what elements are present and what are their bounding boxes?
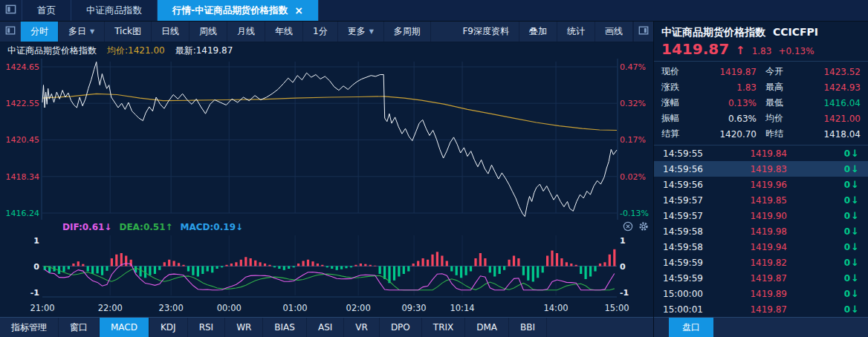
tick-row[interactable]: 15:00:011419.870↓ [654, 301, 868, 317]
tick-volume: 0↓ [787, 272, 859, 284]
intraday-price-chart[interactable]: 1424.651422.551420.451418.341416.240.47%… [0, 59, 653, 220]
top-tabs: 首页中证商品指数行情-中证商品期货价格指数× [22, 0, 319, 21]
stat-value: 1416.04 [794, 98, 861, 108]
tab-close-icon[interactable]: × [294, 5, 303, 16]
indicator-tab[interactable]: DMA [465, 318, 509, 337]
indicator-tab[interactable]: DPO [380, 318, 422, 337]
collapse-chart-button[interactable] [0, 22, 21, 42]
collapse-right-panel-button[interactable] [633, 22, 653, 42]
stat-value: 1418.04 [794, 129, 861, 140]
panel-toggle-icon [5, 4, 16, 18]
indicator-tab[interactable]: VR [344, 318, 380, 337]
tick-row[interactable]: 14:59:591419.870↓ [654, 270, 868, 286]
indicator-tab[interactable]: BBI [509, 318, 547, 337]
tick-row[interactable]: 14:59:551419.840↓ [654, 145, 868, 161]
toolbar-button[interactable]: 画线 [595, 22, 633, 42]
toolbar-button[interactable]: 多周期 [384, 22, 431, 42]
top-tab[interactable]: 中证商品指数 [71, 0, 158, 21]
tick-row[interactable]: 14:59:571419.850↓ [654, 192, 868, 208]
tick-volume-value: 0 [844, 258, 850, 268]
toolbar-button[interactable]: 更多▼ [338, 22, 384, 42]
tick-volume: 0↓ [787, 257, 859, 268]
tick-time: 14:59:58 [663, 242, 716, 252]
percent-axis-label: 0.17% [620, 136, 646, 144]
toolbar-button[interactable]: 分时 [21, 22, 59, 42]
macd-indicator-chart[interactable]: 1100-1-1 [0, 234, 653, 298]
indicator-tab[interactable]: 指标管理 [0, 318, 59, 337]
indicator-tab[interactable]: KDJ [149, 318, 188, 337]
down-arrow-icon: ↓ [851, 272, 859, 284]
tick-volume-value: 0 [844, 273, 850, 284]
time-axis-label: 15:00 [604, 303, 629, 313]
indicator-tab[interactable]: MACD [100, 318, 149, 337]
tick-volume-value: 0 [844, 195, 850, 206]
tab-order-book[interactable]: 盘口 [669, 318, 713, 337]
tick-row[interactable]: 14:59:581419.940↓ [654, 239, 868, 255]
toolbar-button[interactable]: 年线 [265, 22, 303, 42]
stat-value: 1421.00 [794, 114, 861, 124]
quote-stat-row: 振幅0.63%均价1421.00 [661, 111, 861, 126]
tick-time: 15:00:01 [663, 304, 716, 315]
percent-axis-label: -0.13% [620, 209, 649, 217]
tick-row[interactable]: 14:59:591419.820↓ [654, 255, 868, 270]
indicator-tab[interactable]: ASI [307, 318, 344, 337]
quote-panel: 中证商品期货价格指数 CCICFPI 1419.87 ↑ 1.83 +0.13%… [654, 22, 868, 337]
collapse-panel-button[interactable] [0, 0, 22, 21]
tick-price: 1419.94 [716, 242, 787, 252]
price-axis-label: 1416.24 [1, 209, 39, 217]
tick-row[interactable]: 14:59:571419.900↓ [654, 208, 868, 223]
toolbar-button[interactable]: 周线 [190, 22, 227, 42]
tick-row[interactable]: 14:59:561419.960↓ [654, 177, 868, 192]
top-tab[interactable]: 首页 [22, 0, 71, 21]
time-axis-label: 00:00 [217, 303, 242, 313]
tick-time: 14:59:56 [663, 164, 716, 174]
down-arrow-icon: ↓ [851, 288, 859, 299]
down-arrow-icon: ↓ [851, 241, 859, 252]
tick-price: 1419.85 [716, 195, 787, 206]
tick-price: 1419.84 [716, 148, 787, 159]
toolbar-button[interactable]: 1分 [303, 22, 338, 42]
price-axis-label: 1420.45 [1, 136, 39, 144]
stat-label: 涨幅 [661, 96, 690, 109]
tick-time: 14:59:55 [663, 148, 716, 159]
top-tab[interactable]: 行情-中证商品期货价格指数× [158, 0, 319, 21]
top-tab-bar: 首页中证商品指数行情-中证商品期货价格指数× [0, 0, 868, 22]
toolbar-button[interactable]: F9深度资料 [453, 22, 519, 42]
indicator-tab[interactable]: BIAS [263, 318, 307, 337]
tick-volume: 0↓ [787, 148, 859, 159]
toolbar-button[interactable]: Tick图 [105, 22, 152, 42]
price-change: 1.83 [752, 46, 772, 56]
main-chart-svg [0, 59, 653, 220]
indicator-tab-bar: 指标管理窗口MACDKDJRSIWRBIASASIVRDPOTRIXDMABBI [0, 317, 653, 337]
indicator-tab[interactable]: 窗口 [59, 318, 100, 337]
down-arrow-icon: ↓ [851, 257, 859, 268]
toolbar-button-label: Tick图 [114, 25, 141, 38]
indicator-tab[interactable]: WR [225, 318, 263, 337]
macd-header: DIF:0.61↓ DEA:0.51↑ MACD:0.19↓ [0, 220, 653, 234]
macd-axis-label: 1 [620, 236, 626, 244]
toolbar-button[interactable]: 日线 [152, 22, 190, 42]
tick-row[interactable]: 14:59:581419.980↓ [654, 223, 868, 239]
stat-label: 最低 [765, 96, 794, 109]
tick-time: 14:59:56 [663, 180, 716, 190]
indicator-tab[interactable]: RSI [188, 318, 226, 337]
tick-row[interactable]: 15:00:001419.890↓ [654, 286, 868, 301]
tick-time: 14:59:58 [663, 226, 716, 237]
close-indicator-icon[interactable] [623, 221, 633, 232]
tick-price: 1419.87 [716, 273, 787, 284]
price-axis-label: 1424.65 [1, 63, 39, 71]
down-arrow-icon: ↓ [851, 210, 859, 221]
tick-volume-value: 0 [844, 242, 850, 252]
toolbar-button[interactable]: 统计 [557, 22, 595, 42]
toolbar-button[interactable]: 多日▼ [59, 22, 105, 42]
tick-volume-value: 0 [844, 164, 850, 174]
indicator-settings-gear-icon[interactable] [638, 221, 649, 232]
toolbar-button[interactable]: 月线 [227, 22, 265, 42]
stat-value: 1423.52 [794, 67, 861, 77]
toolbar-button[interactable]: 叠加 [519, 22, 557, 42]
tick-row[interactable]: 14:59:561419.830↓ [654, 161, 868, 177]
macd-panel-actions [623, 221, 649, 232]
tick-volume: 0↓ [787, 241, 859, 252]
down-arrow-icon: ↓ [851, 304, 859, 315]
indicator-tab[interactable]: TRIX [422, 318, 465, 337]
